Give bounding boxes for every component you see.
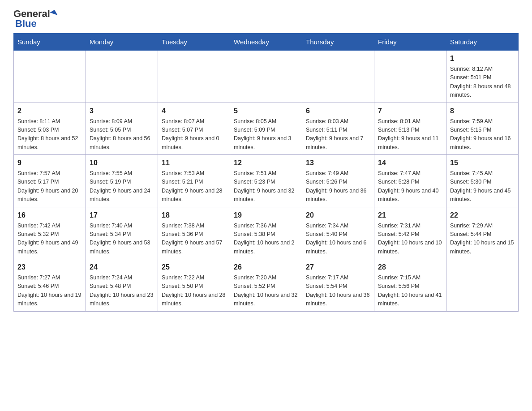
calendar-cell: 19Sunrise: 7:36 AM Sunset: 5:38 PM Dayli… (230, 207, 302, 259)
day-number: 26 (234, 262, 298, 273)
calendar-cell: 2Sunrise: 8:11 AM Sunset: 5:03 PM Daylig… (14, 103, 86, 155)
calendar-week-row: 9Sunrise: 7:57 AM Sunset: 5:17 PM Daylig… (14, 155, 519, 207)
day-number: 25 (162, 262, 226, 273)
day-info: Sunrise: 8:01 AM Sunset: 5:13 PM Dayligh… (378, 117, 442, 152)
logo-arrow-icon (50, 10, 57, 18)
day-info: Sunrise: 7:59 AM Sunset: 5:15 PM Dayligh… (450, 117, 515, 152)
day-info: Sunrise: 7:20 AM Sunset: 5:52 PM Dayligh… (234, 274, 298, 308)
calendar-header: SundayMondayTuesdayWednesdayThursdayFrid… (14, 34, 519, 51)
day-header-monday: Monday (86, 34, 158, 51)
calendar-cell: 28Sunrise: 7:15 AM Sunset: 5:56 PM Dayli… (374, 259, 446, 312)
day-info: Sunrise: 7:49 AM Sunset: 5:26 PM Dayligh… (306, 169, 370, 204)
day-info: Sunrise: 7:53 AM Sunset: 5:21 PM Dayligh… (162, 169, 226, 204)
calendar-cell (302, 51, 374, 103)
day-number: 11 (162, 158, 226, 168)
calendar-cell: 4Sunrise: 8:07 AM Sunset: 5:07 PM Daylig… (158, 103, 230, 155)
day-header-friday: Friday (374, 34, 446, 51)
day-number: 9 (17, 158, 82, 168)
calendar-cell (446, 259, 519, 312)
day-number: 12 (234, 158, 298, 168)
day-info: Sunrise: 7:38 AM Sunset: 5:36 PM Dayligh… (162, 222, 226, 257)
day-number: 2 (17, 106, 82, 116)
calendar-cell: 10Sunrise: 7:55 AM Sunset: 5:19 PM Dayli… (86, 155, 158, 207)
calendar-cell: 24Sunrise: 7:24 AM Sunset: 5:48 PM Dayli… (86, 259, 158, 312)
day-info: Sunrise: 8:09 AM Sunset: 5:05 PM Dayligh… (90, 117, 154, 152)
day-number: 19 (234, 210, 298, 221)
day-number: 27 (306, 262, 370, 273)
calendar-cell: 13Sunrise: 7:49 AM Sunset: 5:26 PM Dayli… (302, 155, 374, 207)
day-header-wednesday: Wednesday (230, 34, 302, 51)
day-info: Sunrise: 7:47 AM Sunset: 5:28 PM Dayligh… (378, 169, 442, 204)
day-info: Sunrise: 7:24 AM Sunset: 5:48 PM Dayligh… (90, 274, 154, 308)
day-info: Sunrise: 8:11 AM Sunset: 5:03 PM Dayligh… (17, 117, 82, 152)
day-info: Sunrise: 7:31 AM Sunset: 5:42 PM Dayligh… (378, 222, 442, 257)
calendar-cell: 20Sunrise: 7:34 AM Sunset: 5:40 PM Dayli… (302, 207, 374, 259)
day-info: Sunrise: 7:22 AM Sunset: 5:50 PM Dayligh… (162, 274, 226, 308)
day-info: Sunrise: 7:55 AM Sunset: 5:19 PM Dayligh… (90, 169, 154, 204)
day-info: Sunrise: 8:03 AM Sunset: 5:11 PM Dayligh… (306, 117, 370, 152)
calendar-cell: 1Sunrise: 8:12 AM Sunset: 5:01 PM Daylig… (446, 51, 519, 103)
day-number: 17 (90, 210, 154, 221)
day-info: Sunrise: 7:15 AM Sunset: 5:56 PM Dayligh… (378, 274, 442, 308)
day-number: 14 (378, 158, 442, 168)
day-number: 6 (306, 106, 370, 116)
logo-text-black: General (13, 9, 50, 19)
calendar-week-row: 23Sunrise: 7:27 AM Sunset: 5:46 PM Dayli… (14, 259, 519, 312)
calendar-cell: 5Sunrise: 8:05 AM Sunset: 5:09 PM Daylig… (230, 103, 302, 155)
calendar-cell: 16Sunrise: 7:42 AM Sunset: 5:32 PM Dayli… (14, 207, 86, 259)
logo: General Blue (13, 9, 56, 29)
calendar-cell: 11Sunrise: 7:53 AM Sunset: 5:21 PM Dayli… (158, 155, 230, 207)
calendar-body: 1Sunrise: 8:12 AM Sunset: 5:01 PM Daylig… (14, 51, 519, 312)
day-info: Sunrise: 8:05 AM Sunset: 5:09 PM Dayligh… (234, 117, 298, 152)
calendar-cell: 14Sunrise: 7:47 AM Sunset: 5:28 PM Dayli… (374, 155, 446, 207)
day-info: Sunrise: 7:51 AM Sunset: 5:23 PM Dayligh… (234, 169, 298, 204)
calendar-cell (230, 51, 302, 103)
day-info: Sunrise: 8:07 AM Sunset: 5:07 PM Dayligh… (162, 117, 226, 152)
day-number: 28 (378, 262, 442, 273)
day-header-saturday: Saturday (446, 34, 519, 51)
day-number: 5 (234, 106, 298, 116)
day-info: Sunrise: 7:45 AM Sunset: 5:30 PM Dayligh… (450, 169, 515, 204)
day-number: 1 (450, 53, 515, 64)
calendar-cell (14, 51, 86, 103)
day-number: 15 (450, 158, 515, 168)
calendar-cell: 15Sunrise: 7:45 AM Sunset: 5:30 PM Dayli… (446, 155, 519, 207)
day-info: Sunrise: 7:40 AM Sunset: 5:34 PM Dayligh… (90, 222, 154, 257)
day-number: 10 (90, 158, 154, 168)
calendar-cell (86, 51, 158, 103)
calendar-table: SundayMondayTuesdayWednesdayThursdayFrid… (13, 33, 519, 312)
logo-text-blue: Blue (13, 19, 37, 29)
day-number: 22 (450, 210, 515, 221)
calendar-cell: 26Sunrise: 7:20 AM Sunset: 5:52 PM Dayli… (230, 259, 302, 312)
calendar-cell: 8Sunrise: 7:59 AM Sunset: 5:15 PM Daylig… (446, 103, 519, 155)
day-info: Sunrise: 7:36 AM Sunset: 5:38 PM Dayligh… (234, 222, 298, 257)
calendar-cell: 27Sunrise: 7:17 AM Sunset: 5:54 PM Dayli… (302, 259, 374, 312)
page-header: General Blue (13, 9, 519, 29)
day-info: Sunrise: 8:12 AM Sunset: 5:01 PM Dayligh… (450, 65, 515, 100)
calendar-cell: 17Sunrise: 7:40 AM Sunset: 5:34 PM Dayli… (86, 207, 158, 259)
calendar-cell: 7Sunrise: 8:01 AM Sunset: 5:13 PM Daylig… (374, 103, 446, 155)
day-info: Sunrise: 7:17 AM Sunset: 5:54 PM Dayligh… (306, 274, 370, 308)
calendar-week-row: 2Sunrise: 8:11 AM Sunset: 5:03 PM Daylig… (14, 103, 519, 155)
day-number: 8 (450, 106, 515, 116)
day-number: 23 (17, 262, 82, 273)
day-header-thursday: Thursday (302, 34, 374, 51)
calendar-cell: 22Sunrise: 7:29 AM Sunset: 5:44 PM Dayli… (446, 207, 519, 259)
day-number: 13 (306, 158, 370, 168)
day-number: 7 (378, 106, 442, 116)
day-number: 20 (306, 210, 370, 221)
day-info: Sunrise: 7:57 AM Sunset: 5:17 PM Dayligh… (17, 169, 82, 204)
day-number: 4 (162, 106, 226, 116)
calendar-cell: 9Sunrise: 7:57 AM Sunset: 5:17 PM Daylig… (14, 155, 86, 207)
day-info: Sunrise: 7:29 AM Sunset: 5:44 PM Dayligh… (450, 222, 515, 257)
calendar-cell: 6Sunrise: 8:03 AM Sunset: 5:11 PM Daylig… (302, 103, 374, 155)
day-header-tuesday: Tuesday (158, 34, 230, 51)
calendar-week-row: 1Sunrise: 8:12 AM Sunset: 5:01 PM Daylig… (14, 51, 519, 103)
day-info: Sunrise: 7:42 AM Sunset: 5:32 PM Dayligh… (17, 222, 82, 257)
day-number: 16 (17, 210, 82, 221)
calendar-cell: 18Sunrise: 7:38 AM Sunset: 5:36 PM Dayli… (158, 207, 230, 259)
day-headers-row: SundayMondayTuesdayWednesdayThursdayFrid… (14, 34, 519, 51)
day-number: 21 (378, 210, 442, 221)
calendar-cell (374, 51, 446, 103)
calendar-cell: 21Sunrise: 7:31 AM Sunset: 5:42 PM Dayli… (374, 207, 446, 259)
